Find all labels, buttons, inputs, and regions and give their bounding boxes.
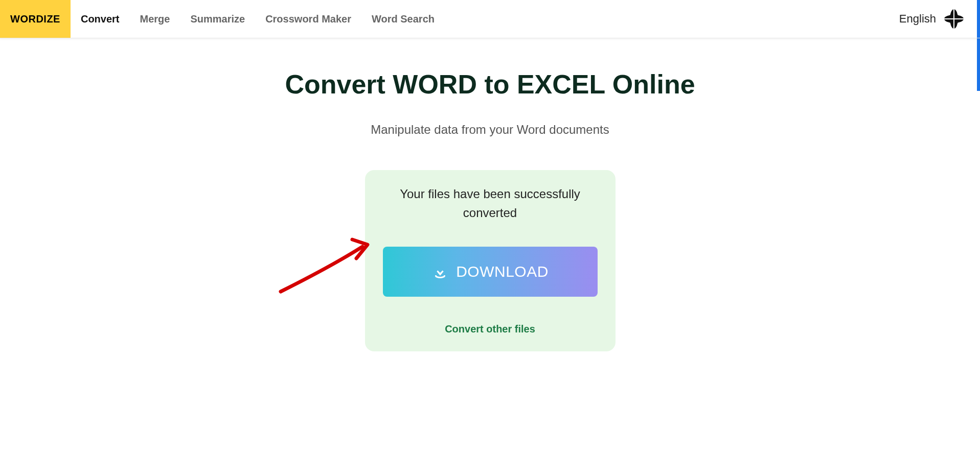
language-selector[interactable]: English: [899, 12, 936, 26]
nav-link-summarize[interactable]: Summarize: [180, 0, 255, 38]
top-navbar: WORDIZE Convert Merge Summarize Crosswor…: [0, 0, 980, 38]
result-card: Your files have been successfully conver…: [365, 170, 616, 351]
nav-link-word-search[interactable]: Word Search: [361, 0, 445, 38]
nav-link-merge[interactable]: Merge: [130, 0, 180, 38]
download-button-label: DOWNLOAD: [456, 263, 549, 280]
nav-link-convert[interactable]: Convert: [71, 0, 130, 38]
convert-other-link[interactable]: Convert other files: [445, 323, 535, 335]
nav-links: Convert Merge Summarize Crossword Maker …: [71, 0, 445, 38]
success-message: Your files have been successfully conver…: [380, 184, 600, 222]
download-button[interactable]: DOWNLOAD: [383, 247, 598, 297]
globe-icon[interactable]: [943, 8, 965, 30]
nav-right: English: [899, 8, 980, 30]
main-content: Convert WORD to EXCEL Online Manipulate …: [0, 69, 980, 351]
nav-link-crossword-maker[interactable]: Crossword Maker: [255, 0, 361, 38]
brand-logo[interactable]: WORDIZE: [0, 0, 71, 38]
page-subtitle: Manipulate data from your Word documents: [0, 123, 980, 137]
download-icon: [431, 263, 449, 280]
page-title: Convert WORD to EXCEL Online: [0, 69, 980, 100]
annotation-arrow: [276, 230, 383, 297]
